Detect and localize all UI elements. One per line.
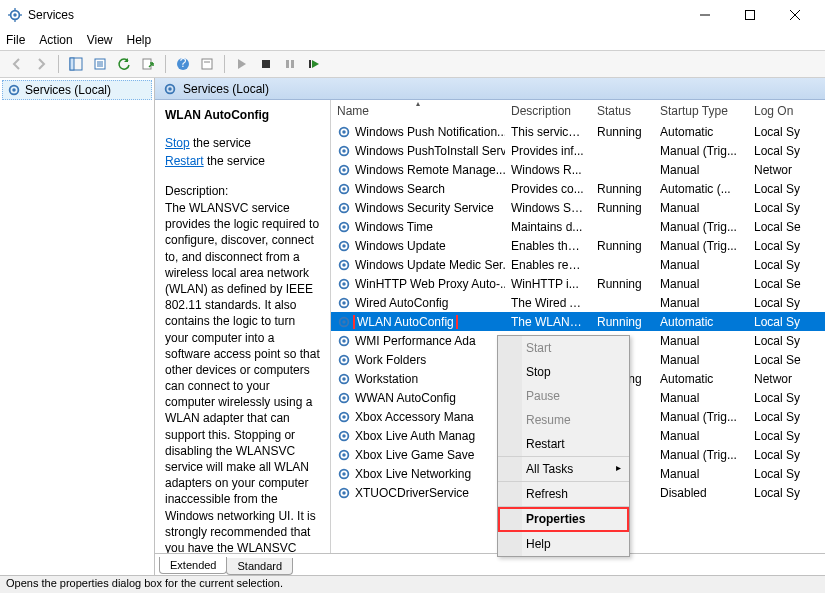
service-row[interactable]: Windows Security ServiceWindows Se...Run…: [331, 198, 825, 217]
svg-point-44: [342, 263, 346, 267]
tree-services-local[interactable]: Services (Local): [2, 80, 152, 100]
service-logon: Networ: [748, 372, 808, 386]
service-startup: Disabled: [654, 486, 748, 500]
sheet-button[interactable]: [196, 53, 218, 75]
service-logon: Local Sy: [748, 182, 808, 196]
service-row[interactable]: WLAN AutoConfigThe WLANS...RunningAutoma…: [331, 312, 825, 331]
context-menu-item[interactable]: Refresh: [498, 482, 629, 507]
service-row[interactable]: Windows UpdateEnables the ...RunningManu…: [331, 236, 825, 255]
refresh-button[interactable]: [113, 53, 135, 75]
context-menu-item[interactable]: Properties: [498, 507, 629, 532]
service-row[interactable]: Windows Push Notification...This service…: [331, 122, 825, 141]
context-menu-item[interactable]: All Tasks: [498, 457, 629, 482]
service-logon: Local Sy: [748, 315, 808, 329]
service-logon: Local Sy: [748, 429, 808, 443]
services-app-icon: [8, 8, 22, 22]
close-button[interactable]: [772, 0, 817, 30]
service-row[interactable]: Wired AutoConfigThe Wired A...ManualLoca…: [331, 293, 825, 312]
forward-button[interactable]: [30, 53, 52, 75]
description-text: The WLANSVC service provides the logic r…: [165, 200, 320, 553]
menu-file[interactable]: File: [6, 33, 25, 47]
service-startup: Manual: [654, 296, 748, 310]
show-hide-tree-button[interactable]: [65, 53, 87, 75]
svg-point-64: [342, 453, 346, 457]
tab-standard[interactable]: Standard: [226, 558, 293, 575]
service-startup: Manual: [654, 258, 748, 272]
menu-action[interactable]: Action: [39, 33, 72, 47]
gear-icon: [337, 201, 351, 215]
service-name: Windows Remote Manage...: [355, 163, 505, 177]
context-menu-item[interactable]: Restart: [498, 432, 629, 457]
tree-item-label: Services (Local): [25, 83, 111, 97]
service-startup: Manual: [654, 391, 748, 405]
service-name: Workstation: [355, 372, 418, 386]
start-service-button[interactable]: [231, 53, 253, 75]
service-row[interactable]: Windows Remote Manage...Windows R...Manu…: [331, 160, 825, 179]
context-menu-item[interactable]: Stop: [498, 360, 629, 384]
service-logon: Networ: [748, 163, 808, 177]
context-menu: StartStopPauseResumeRestartAll TasksRefr…: [497, 335, 630, 557]
restart-link[interactable]: Restart: [165, 154, 204, 168]
gear-icon: [7, 83, 21, 97]
gear-icon: [337, 125, 351, 139]
menu-help[interactable]: Help: [127, 33, 152, 47]
svg-point-34: [342, 168, 346, 172]
svg-rect-7: [745, 11, 754, 20]
svg-rect-23: [291, 60, 294, 68]
back-button[interactable]: [6, 53, 28, 75]
service-row[interactable]: Windows SearchProvides co...RunningAutom…: [331, 179, 825, 198]
service-name: Xbox Live Game Save: [355, 448, 474, 462]
service-row[interactable]: Windows TimeMaintains d...Manual (Trig..…: [331, 217, 825, 236]
column-description[interactable]: Description: [505, 100, 591, 122]
service-name: Windows Time: [355, 220, 433, 234]
service-startup: Manual: [654, 334, 748, 348]
gear-icon: [337, 258, 351, 272]
context-menu-item: Resume: [498, 408, 629, 432]
help-button[interactable]: ?: [172, 53, 194, 75]
gear-icon: [337, 467, 351, 481]
stop-link[interactable]: Stop: [165, 136, 190, 150]
service-startup: Automatic: [654, 125, 748, 139]
column-status[interactable]: Status: [591, 100, 654, 122]
toolbar: ?: [0, 50, 825, 78]
service-status: Running: [591, 239, 654, 253]
restart-service-button[interactable]: [303, 53, 325, 75]
service-row[interactable]: WinHTTP Web Proxy Auto-...WinHTTP i...Ru…: [331, 274, 825, 293]
stop-service-button[interactable]: [255, 53, 277, 75]
gear-icon: [337, 296, 351, 310]
svg-point-62: [342, 434, 346, 438]
menu-view[interactable]: View: [87, 33, 113, 47]
maximize-button[interactable]: [727, 0, 772, 30]
service-name: Windows Search: [355, 182, 445, 196]
service-row[interactable]: Windows PushToInstall Serv...Provides in…: [331, 141, 825, 160]
service-logon: Local Sy: [748, 410, 808, 424]
tab-extended[interactable]: Extended: [159, 557, 227, 574]
list-header: ▴Name Description Status Startup Type Lo…: [331, 100, 825, 122]
column-name[interactable]: ▴Name: [331, 100, 505, 122]
column-startup[interactable]: Startup Type: [654, 100, 748, 122]
tabs: Extended Standard: [155, 553, 825, 575]
main-area: Services (Local) Services (Local) WLAN A…: [0, 78, 825, 575]
minimize-button[interactable]: [682, 0, 727, 30]
service-row[interactable]: Windows Update Medic Ser...Enables rem..…: [331, 255, 825, 274]
service-startup: Manual: [654, 353, 748, 367]
svg-point-48: [342, 301, 346, 305]
service-name: WWAN AutoConfig: [355, 391, 456, 405]
svg-point-52: [342, 339, 346, 343]
context-menu-item[interactable]: Help: [498, 532, 629, 556]
service-name: Windows Security Service: [355, 201, 494, 215]
service-logon: Local Sy: [748, 239, 808, 253]
gear-icon: [337, 182, 351, 196]
service-desc: WinHTTP i...: [505, 277, 591, 291]
column-logon[interactable]: Log On: [748, 100, 808, 122]
gear-icon: [337, 163, 351, 177]
service-logon: Local Se: [748, 220, 808, 234]
window-controls: [682, 0, 817, 30]
export-list-button[interactable]: [137, 53, 159, 75]
pause-service-button[interactable]: [279, 53, 301, 75]
toolbar-separator: [224, 55, 225, 73]
service-name: Windows Update: [355, 239, 446, 253]
properties-button[interactable]: [89, 53, 111, 75]
svg-rect-16: [143, 59, 151, 69]
service-logon: Local Sy: [748, 467, 808, 481]
